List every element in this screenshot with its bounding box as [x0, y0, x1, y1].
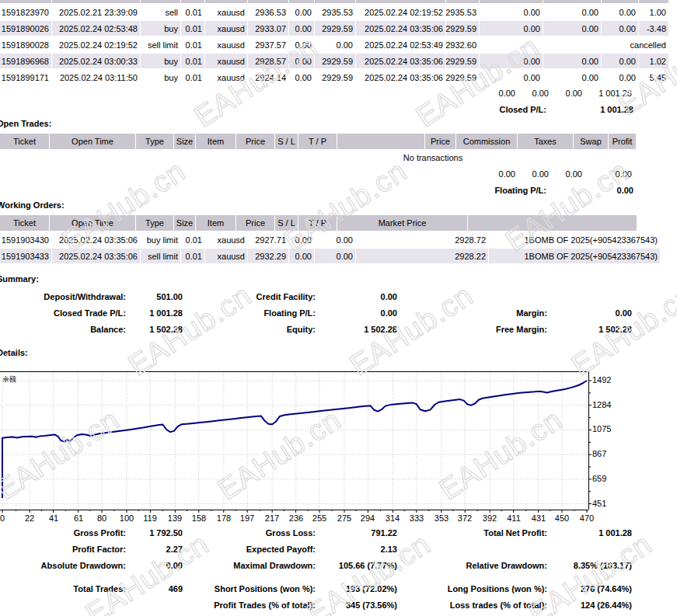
cell: 2932.29: [248, 249, 288, 263]
cell: 5.45: [639, 70, 668, 85]
cell: cancelled: [639, 37, 668, 52]
header-cell: S / L: [275, 134, 298, 149]
stat-label: Gross Profit:: [0, 527, 126, 539]
cell: 0.00: [315, 249, 355, 263]
working-order-row: 15919034332025.02.24 03:35:06sell limit0…: [0, 249, 660, 263]
header-cell: T / P: [298, 134, 337, 149]
x-axis-tick-label: 197: [236, 513, 259, 523]
cell: [356, 0, 445, 3]
cell: 2025.02.24 02:53:48: [52, 21, 140, 36]
stat-label: Relative Drawdown:: [397, 559, 547, 572]
cell: [543, 0, 601, 3]
header-cell: Taxes: [518, 134, 573, 149]
stat-value: 345 (73.56%): [316, 599, 397, 611]
cell: -3.48: [639, 21, 668, 36]
cell: 0.00: [543, 54, 601, 68]
cell: 0.00: [543, 70, 601, 85]
cell: 2025.02.24 03:35:06: [356, 21, 445, 36]
cell: 1591903433: [0, 249, 51, 263]
cell: 1.02: [639, 54, 668, 68]
cell: [543, 37, 601, 52]
header-cell: Open Time: [50, 134, 135, 149]
stat-label: Total Net Profit:: [397, 527, 547, 539]
x-axis-tick-label: 294: [356, 513, 379, 523]
x-axis-tick-label: 392: [478, 513, 501, 523]
header-cell: Price: [425, 134, 455, 149]
x-axis-tick-label: 255: [308, 513, 331, 523]
summary-value: 1 502.28: [316, 323, 397, 336]
stat-label: Profit Factor:: [0, 543, 126, 555]
header-cell: [337, 134, 424, 149]
stat-value: 8.35% (103.17): [547, 559, 632, 572]
cell: 1591890026: [0, 21, 51, 36]
x-axis-tick-label: 217: [260, 513, 284, 523]
x-axis-tick-label: 22: [18, 513, 41, 523]
y-axis-tick-label: 659: [592, 474, 606, 483]
cell: xauusd: [205, 232, 247, 247]
stat-label: Gross Loss:: [183, 527, 316, 539]
stat-value: 2.27: [126, 543, 183, 555]
stat-value: 1 001.28: [547, 527, 632, 539]
summary-value: 1 502.28: [126, 323, 183, 336]
cell: 0.00: [289, 70, 314, 85]
summary-label: Balance:: [0, 323, 126, 336]
cell: 0.00: [602, 5, 638, 19]
stat-label: Expected Payoff:: [183, 543, 316, 555]
summary-label: Credit Facility:: [183, 291, 316, 303]
no-transactions-text: No transactions: [337, 151, 529, 165]
closed-trades-total: 0.00: [461, 86, 515, 100]
open-trades-total: 0.00: [518, 167, 549, 181]
y-axis-tick-label: 1075: [592, 424, 611, 433]
header-cell: Item: [196, 134, 236, 149]
cell: 1591899171: [0, 70, 51, 85]
cell: xauusd: [205, 37, 247, 52]
cell: xauusd: [205, 54, 247, 68]
cell: buy: [141, 21, 180, 36]
open-trades-total: 0.00: [551, 167, 582, 181]
cell: [480, 37, 543, 52]
cell: 2932.60: [446, 37, 479, 52]
cell: 0.01: [181, 5, 204, 19]
cell: sell limit: [141, 249, 180, 263]
x-axis-tick-label: 372: [453, 513, 476, 523]
x-axis-tick-label: 41: [42, 513, 65, 523]
cell: 2025.02.24 03:11:50: [52, 70, 140, 85]
stat-label: Absolute Drawdown:: [0, 559, 126, 572]
x-axis-tick-label: 158: [187, 513, 211, 523]
x-axis-tick-label: 411: [502, 513, 525, 523]
working-order-row: 15919034302025.02.24 03:35:06buy limit0.…: [0, 232, 660, 247]
summary-value: 1 001.28: [126, 307, 183, 319]
cell: 0.00: [480, 5, 543, 19]
cell: 0.00: [315, 232, 355, 247]
cell: 0.00: [289, 249, 314, 263]
cell: 0.00: [480, 54, 543, 68]
x-axis-tick-label: 61: [67, 513, 90, 523]
x-axis-tick-label: 314: [381, 513, 404, 523]
header-cell: Price: [236, 215, 274, 231]
cell: [248, 0, 288, 3]
cell: 2937.57: [248, 37, 288, 52]
summary-label: Floating P/L:: [183, 307, 316, 319]
cell: [639, 0, 668, 3]
balance-chart: 余额: [0, 371, 677, 527]
working-orders-section-label: Working Orders:: [0, 200, 65, 210]
header-cell: T / P: [298, 215, 337, 231]
cell: 2025.02.24 02:53:49: [356, 37, 445, 52]
cell: sell limit: [141, 37, 180, 52]
summary-value: 0.00: [316, 307, 397, 319]
cell: 1BOMB OF 2025(+905423367543): [489, 249, 660, 263]
header-cell: Market Price: [337, 215, 467, 231]
cell: 0.00: [602, 21, 638, 36]
header-cell: Item: [196, 215, 236, 231]
x-axis-tick-label: 450: [550, 513, 574, 523]
cell: 0.01: [181, 70, 204, 85]
cell: 0.01: [181, 37, 204, 52]
summary-value: 501.00: [126, 291, 183, 303]
cell: buy limit: [141, 232, 180, 247]
cell: xauusd: [205, 21, 247, 36]
balance-chart-svg: 余额: [0, 371, 677, 527]
header-cell: Price: [236, 134, 274, 149]
cell: 2025.02.24 03:35:06: [356, 54, 445, 68]
closed-trade-row: 15918991712025.02.24 03:11:50buy0.01xauu…: [0, 70, 668, 85]
cell: 0.00: [289, 5, 314, 19]
